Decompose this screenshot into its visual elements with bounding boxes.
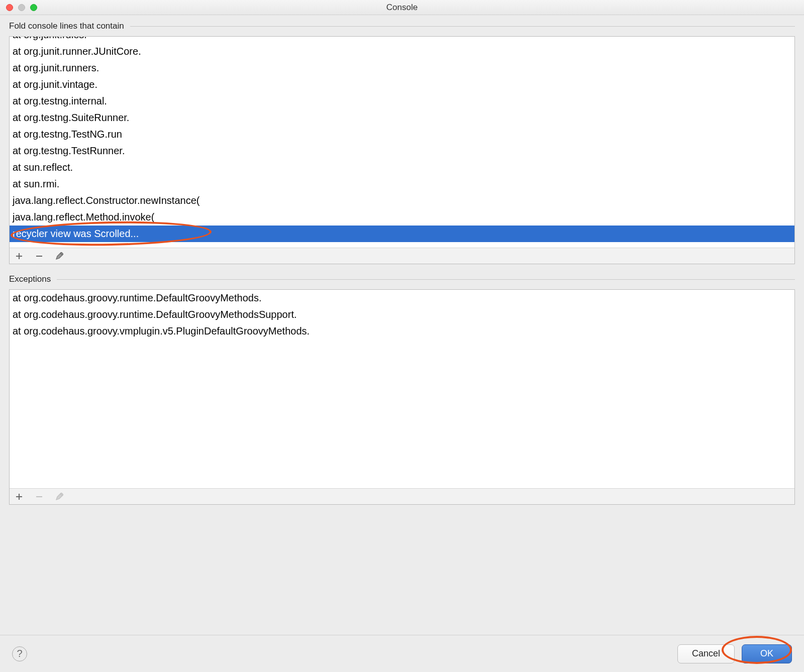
cancel-button[interactable]: Cancel	[677, 644, 735, 663]
minimize-window-button[interactable]	[18, 4, 25, 11]
list-item[interactable]: at org.testng.TestNG.run	[10, 126, 794, 143]
list-item[interactable]: at org.junit.runners.	[10, 60, 794, 76]
list-item[interactable]: at org.junit.vintage.	[10, 76, 794, 93]
list-item[interactable]: java.lang.reflect.Method.invoke(	[10, 209, 794, 226]
exceptions-section-label: Exceptions	[9, 274, 51, 284]
list-item[interactable]: at org.junit.runner.JUnitCore.	[10, 43, 794, 60]
help-button[interactable]: ?	[12, 646, 27, 661]
list-item[interactable]: at org.testng.TestRunner.	[10, 143, 794, 159]
add-icon[interactable]	[15, 252, 24, 261]
titlebar: Console	[0, 0, 804, 15]
list-item[interactable]: at org.codehaus.groovy.runtime.DefaultGr…	[10, 290, 794, 306]
ok-button[interactable]: OK	[742, 644, 792, 663]
divider	[57, 279, 795, 280]
list-item[interactable]: at org.testng.SuiteRunner.	[10, 109, 794, 126]
footer: ? Cancel OK	[0, 635, 804, 672]
remove-icon	[35, 492, 44, 501]
exceptions-section-header: Exceptions	[9, 274, 795, 284]
add-icon[interactable]	[15, 492, 24, 501]
fold-list: at org.junit.rules.at org.junit.runner.J…	[9, 36, 795, 264]
fold-section: Fold console lines that contain at org.j…	[9, 21, 795, 264]
traffic-lights	[0, 4, 37, 11]
list-item[interactable]: at org.codehaus.groovy.runtime.DefaultGr…	[10, 306, 794, 323]
list-item[interactable]: at sun.reflect.	[10, 159, 794, 176]
exceptions-section: Exceptions at org.codehaus.groovy.runtim…	[9, 274, 795, 505]
fold-list-body[interactable]: at org.junit.rules.at org.junit.runner.J…	[10, 37, 794, 248]
list-item[interactable]: at org.testng.internal.	[10, 93, 794, 109]
window-title: Console	[386, 3, 418, 13]
close-window-button[interactable]	[6, 4, 13, 11]
list-item[interactable]: at org.codehaus.groovy.vmplugin.v5.Plugi…	[10, 323, 794, 340]
list-item[interactable]: recycler view was Scrolled...	[10, 226, 794, 242]
divider	[130, 26, 795, 27]
exceptions-toolbar	[10, 488, 794, 504]
list-item[interactable]: java.lang.reflect.Constructor.newInstanc…	[10, 192, 794, 209]
remove-icon[interactable]	[35, 252, 44, 261]
zoom-window-button[interactable]	[30, 4, 37, 11]
edit-icon[interactable]	[55, 252, 64, 261]
content: Fold console lines that contain at org.j…	[0, 15, 804, 505]
list-item[interactable]: at sun.rmi.	[10, 176, 794, 192]
exceptions-list: at org.codehaus.groovy.runtime.DefaultGr…	[9, 289, 795, 505]
fold-section-header: Fold console lines that contain	[9, 21, 795, 31]
list-item[interactable]: at org.junit.rules.	[10, 37, 794, 43]
exceptions-list-body[interactable]: at org.codehaus.groovy.runtime.DefaultGr…	[10, 290, 794, 488]
fold-toolbar	[10, 248, 794, 264]
edit-icon	[55, 492, 64, 501]
fold-section-label: Fold console lines that contain	[9, 21, 124, 31]
